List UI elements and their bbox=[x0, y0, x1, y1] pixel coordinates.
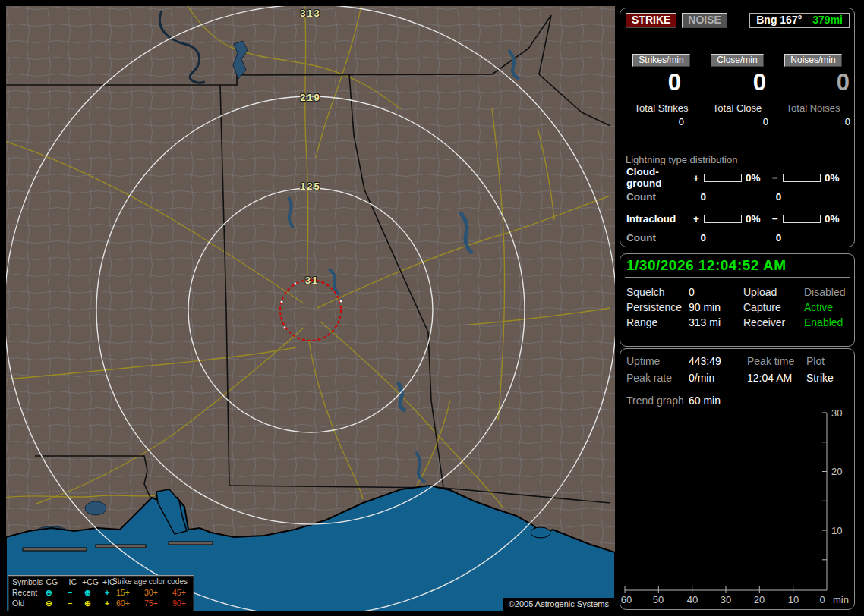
intracloud-label: Intracloud bbox=[626, 213, 693, 225]
legend-age-header: Strike age color codes bbox=[112, 577, 188, 586]
rate-values-row: 0 0 0 bbox=[623, 71, 851, 95]
peak-rate-label: Peak rate bbox=[626, 372, 689, 384]
x-axis-tick-label: 50 bbox=[653, 594, 664, 605]
total-close-value: 0 bbox=[699, 116, 775, 127]
old-pos-ic-icon: + bbox=[105, 599, 109, 608]
trend-graph-label: Trend graph bbox=[626, 394, 689, 407]
strikes-per-min-button[interactable]: Strikes/min bbox=[632, 54, 689, 67]
x-axis-tick-label: 60 bbox=[621, 594, 632, 605]
x-axis-tick-label: 0 bbox=[819, 594, 825, 605]
age-code-75: 75+ bbox=[144, 599, 158, 608]
cloud-ground-count-row: Count 0 0 bbox=[626, 190, 851, 203]
old-neg-ic-icon: − bbox=[68, 599, 72, 608]
plus-sign: + bbox=[693, 213, 704, 225]
datetime-display: 1/30/2026 12:04:52 AM bbox=[625, 256, 850, 278]
old-neg-cg-icon: ⊖ bbox=[46, 599, 52, 608]
noises-per-min-value: 0 bbox=[775, 71, 851, 95]
legend-col-neg-ic: -IC bbox=[66, 577, 77, 586]
range-label: Range bbox=[626, 316, 689, 328]
cloud-ground-label: Cloud-ground bbox=[626, 166, 693, 189]
plot-label: Plot bbox=[806, 355, 851, 367]
plot-value: Strike bbox=[806, 372, 851, 384]
x-axis-tick-label: 20 bbox=[754, 594, 765, 605]
close-per-min-button[interactable]: Close/min bbox=[711, 54, 763, 67]
legend-symbols-header: Symbols bbox=[12, 577, 43, 586]
receiver-label: Receiver bbox=[743, 316, 804, 328]
ic-plus-pct: 0% bbox=[746, 213, 772, 225]
total-strikes-value: 0 bbox=[623, 116, 699, 127]
ic-plus-bar bbox=[704, 215, 742, 223]
age-code-30: 30+ bbox=[144, 588, 158, 597]
age-code-60: 60+ bbox=[116, 599, 130, 608]
ic-minus-count: 0 bbox=[776, 232, 851, 244]
total-noises-value: 0 bbox=[775, 116, 851, 127]
x-axis-unit-label: min bbox=[833, 594, 849, 605]
uptime-label: Uptime bbox=[626, 355, 689, 367]
trend-graph: 30 20 10 60 50 40 30 20 10 0 min bbox=[620, 349, 854, 608]
minus-sign: − bbox=[772, 172, 783, 184]
cg-plus-pct: 0% bbox=[746, 172, 772, 184]
strikes-per-min-value: 0 bbox=[623, 71, 699, 95]
total-noises-label: Total Noises bbox=[775, 102, 851, 114]
peak-time-label: Peak time bbox=[747, 355, 806, 367]
persistence-value: 90 min bbox=[689, 301, 743, 313]
ic-minus-bar bbox=[783, 215, 821, 223]
close-per-min-value: 0 bbox=[699, 71, 775, 95]
copyright-notice: ©2005 Astrogenic Systems bbox=[503, 598, 615, 611]
noises-per-min-button[interactable]: Noises/min bbox=[784, 54, 841, 67]
upload-status: Disabled bbox=[804, 286, 851, 298]
receiver-status: Enabled bbox=[804, 316, 851, 328]
nexstorm-app: { "map": { "ring_labels": ["313", "219",… bbox=[0, 0, 864, 616]
cg-plus-bar bbox=[704, 174, 742, 182]
range-ring-label: 125 bbox=[295, 181, 326, 192]
age-code-90: 90+ bbox=[172, 599, 186, 608]
distance-value: 379mi bbox=[812, 14, 843, 26]
radar-map[interactable]: 313 219 125 31 Symbols -CG -IC +CG +IC S… bbox=[6, 6, 615, 611]
plus-sign: + bbox=[693, 172, 704, 184]
ic-minus-pct: 0% bbox=[825, 213, 851, 225]
legend-col-pos-cg: +CG bbox=[82, 577, 99, 586]
intracloud-row: Intracloud + 0% − 0% bbox=[626, 212, 851, 225]
recent-neg-ic-icon: − bbox=[68, 588, 72, 597]
status-panel: 1/30/2026 12:04:52 AM Squelch 0 Upload D… bbox=[620, 253, 855, 347]
squelch-label: Squelch bbox=[626, 286, 689, 298]
rate-buttons-row: Strikes/min Close/min Noises/min bbox=[623, 54, 851, 67]
ic-plus-count: 0 bbox=[700, 232, 775, 244]
cg-minus-pct: 0% bbox=[825, 172, 851, 184]
peak-rate-row: Peak rate 0/min 12:04 AM Strike bbox=[626, 369, 851, 386]
recent-pos-cg-icon: ⊕ bbox=[84, 588, 91, 597]
counters-panel: STRIKE NOISE Bng 167° 379mi Strikes/min … bbox=[620, 8, 855, 247]
intracloud-count-row: Count 0 0 bbox=[626, 231, 851, 244]
noise-mode-button[interactable]: NOISE bbox=[682, 13, 727, 28]
range-ring-label: 219 bbox=[295, 92, 326, 103]
persistence-label: Persistence bbox=[626, 301, 689, 313]
uptime-value: 443:49 bbox=[689, 355, 747, 367]
range-ring-label: 31 bbox=[297, 275, 327, 286]
range-value: 313 mi bbox=[689, 316, 743, 328]
strike-mode-button[interactable]: STRIKE bbox=[626, 13, 676, 28]
x-axis-tick-label: 40 bbox=[687, 594, 698, 605]
legend-old-label: Old bbox=[12, 599, 24, 608]
status-row: Range 313 mi Receiver Enabled bbox=[626, 315, 851, 330]
uptime-row: Uptime 443:49 Peak time Plot bbox=[626, 353, 851, 369]
mode-toolbar: STRIKE NOISE Bng 167° 379mi bbox=[626, 13, 850, 30]
peak-time-value: 12:04 AM bbox=[747, 372, 806, 384]
trend-graph-row: Trend graph 60 min bbox=[626, 392, 851, 409]
y-axis-tick-label: 30 bbox=[831, 407, 842, 419]
x-axis-tick-label: 30 bbox=[721, 594, 731, 605]
trend-panel: Uptime 443:49 Peak time Plot Peak rate 0… bbox=[620, 348, 855, 610]
peak-rate-value: 0/min bbox=[689, 372, 747, 384]
cg-plus-count: 0 bbox=[700, 191, 775, 203]
y-axis-tick-label: 10 bbox=[831, 525, 842, 536]
recent-neg-cg-icon: ⊖ bbox=[46, 588, 52, 597]
count-label: Count bbox=[626, 191, 700, 203]
cloud-ground-row: Cloud-ground + 0% − 0% bbox=[626, 171, 851, 184]
cg-minus-count: 0 bbox=[776, 191, 851, 203]
old-pos-cg-icon: ⊕ bbox=[84, 599, 91, 608]
x-axis-tick-label: 10 bbox=[788, 594, 799, 605]
legend-col-neg-cg: -CG bbox=[43, 577, 58, 586]
y-axis-tick-label: 20 bbox=[831, 466, 842, 477]
legend-recent-label: Recent bbox=[12, 588, 37, 597]
status-row: Squelch 0 Upload Disabled bbox=[626, 284, 851, 300]
totals-values-row: 0 0 0 bbox=[623, 116, 851, 127]
